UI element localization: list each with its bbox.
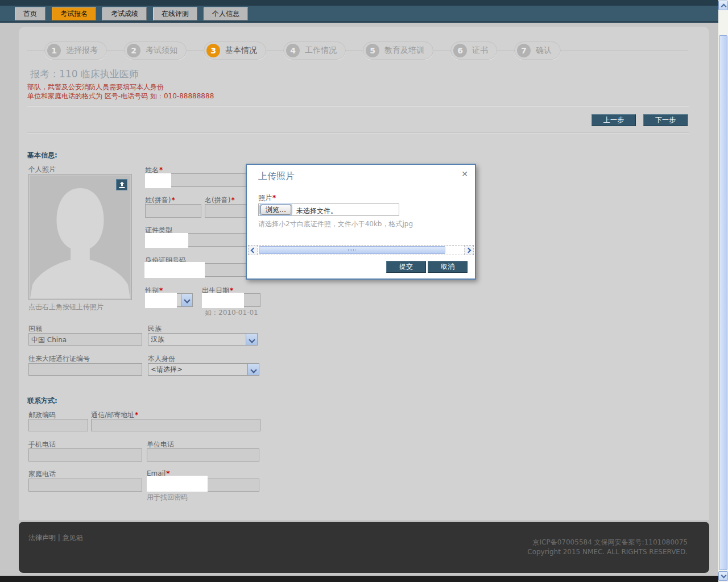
home-phone-label: 家庭电话 <box>28 469 56 479</box>
step-2-exam-notes: 2 考试须知 <box>124 41 187 60</box>
ethnicity-dropdown-arrow-icon[interactable] <box>246 334 257 345</box>
scroll-down-arrow-icon[interactable] <box>718 571 728 581</box>
nationality-value: 中国 China <box>31 335 67 345</box>
step-3-label: 基本情况 <box>225 45 257 56</box>
permit-number-label: 往来大陆通行证编号 <box>28 354 90 364</box>
window-bottom-strip <box>0 576 718 582</box>
step-1-choose-exam: 1 选择报考 <box>44 41 107 60</box>
birth-date-input[interactable] <box>202 293 260 307</box>
step-2-label: 考试须知 <box>146 45 177 56</box>
no-file-selected-text: 未选择文件。 <box>296 206 337 216</box>
mail-address-input[interactable] <box>91 419 260 431</box>
notice-line-2: 单位和家庭电话的格式为 区号-电话号码 如：010-88888888 <box>27 92 214 101</box>
step-7-label: 确认 <box>536 45 552 56</box>
step-5-education: 5 教育及培训 <box>363 41 433 60</box>
scroll-up-arrow-icon[interactable] <box>718 1 728 10</box>
email-hint: 用于找回密码 <box>147 493 188 502</box>
scrollbar-track[interactable] <box>257 246 465 255</box>
tab-online-evaluation[interactable]: 在线评测 <box>153 7 197 20</box>
footer-link-separator: | <box>58 534 60 542</box>
scrollbar-grip <box>348 249 356 251</box>
gender-select[interactable] <box>145 293 193 307</box>
feedback-box-link[interactable]: 意见箱 <box>63 534 83 542</box>
upload-icon <box>118 181 126 189</box>
step-3-basic-info: 3 基本情况 <box>204 41 266 60</box>
page-footer: 法律声明 | 意见箱 京ICP备07005584 文保网安备案号:1101080… <box>19 522 709 573</box>
tab-personal-info[interactable]: 个人信息 <box>204 7 248 20</box>
step-wizard: 1 选择报考 2 考试须知 3 基本情况 4 工作情况 5 教育及培训 6 证书… <box>27 40 688 61</box>
wizard-nav-buttons: 上一步 下一步 <box>592 114 688 126</box>
modal-photo-hint: 请选择小2寸白底证件照，文件小于40kb，格式jpg <box>258 219 413 229</box>
file-input[interactable]: 浏览… 未选择文件。 <box>258 203 399 216</box>
photo-placeholder <box>28 174 132 300</box>
email-input[interactable] <box>147 479 259 492</box>
submit-button[interactable]: 提交 <box>386 261 426 273</box>
postal-code-input[interactable] <box>28 419 88 431</box>
upload-photo-modal: 上传照片 ✕ 照片* 浏览… 未选择文件。 请选择小2寸白底证件照，文件小于40… <box>246 164 476 280</box>
ethnicity-label: 民族 <box>148 324 162 334</box>
ethnicity-select[interactable]: 汉族 <box>148 333 258 346</box>
browse-button[interactable]: 浏览… <box>260 205 291 215</box>
mobile-phone-input[interactable] <box>28 448 142 462</box>
contact-info-header: 联系方式: <box>27 396 57 406</box>
step-4-label: 工作情况 <box>305 45 337 56</box>
nav-tabs: 首页 考试报名 考试成绩 在线评测 个人信息 <box>15 7 248 20</box>
step-5-label: 教育及培训 <box>384 45 424 56</box>
step-6-label: 证书 <box>472 45 488 56</box>
step-6-certificate: 6 证书 <box>450 41 497 60</box>
nationality-input[interactable]: 中国 China <box>28 333 142 346</box>
step-7-confirm: 7 确认 <box>514 41 561 60</box>
basic-info-header: 基本信息: <box>27 151 57 160</box>
vertical-scrollbar-thumb[interactable] <box>719 35 727 570</box>
modal-title: 上传照片 <box>258 171 295 182</box>
footer-links: 法律声明 | 意见箱 <box>28 533 83 543</box>
divider <box>27 132 689 134</box>
id-type-input-highlight <box>145 233 188 248</box>
footer-legal-text: 京ICP备07005584 文保网安备案号:1101080075 Copyrig… <box>527 538 688 557</box>
page-vertical-scrollbar[interactable] <box>718 0 728 582</box>
scrollbar-thumb[interactable] <box>259 246 445 254</box>
next-step-button[interactable]: 下一步 <box>643 114 688 126</box>
icp-record-line: 京ICP备07005584 文保网安备案号:1101080075 <box>527 538 688 547</box>
step-4-work-info: 4 工作情况 <box>283 41 346 60</box>
ethnicity-select-value: 汉族 <box>148 335 246 344</box>
step-2-number: 2 <box>127 44 140 57</box>
step-6-number: 6 <box>453 44 467 57</box>
divider <box>27 106 689 107</box>
surname-pinyin-input[interactable] <box>145 204 201 218</box>
email-input-highlight <box>147 476 208 492</box>
window-top-strip <box>0 0 718 6</box>
main-navbar: 首页 考试报名 考试成绩 在线评测 个人信息 <box>0 6 718 23</box>
copyright-line: Copyright 2015 NMEC. ALL RIGHTS RESERVED… <box>527 547 688 557</box>
permit-number-input[interactable] <box>28 363 142 376</box>
personal-photo-label: 个人照片 <box>28 165 56 174</box>
id-number-input-highlight <box>144 262 205 278</box>
step-3-number: 3 <box>206 44 220 57</box>
legal-notice-link[interactable]: 法律声明 <box>28 534 56 542</box>
name-input-highlight <box>145 173 171 188</box>
identity-select-value: <请选择> <box>148 365 247 375</box>
step-5-number: 5 <box>366 44 379 57</box>
scroll-right-arrow-icon[interactable] <box>465 246 473 255</box>
photo-upload-hint: 点击右上角按钮上传照片 <box>28 302 104 312</box>
gender-select-highlight <box>145 293 177 308</box>
identity-select[interactable]: <请选择> <box>148 363 259 376</box>
modal-close-icon[interactable]: ✕ <box>461 169 468 178</box>
previous-step-button[interactable]: 上一步 <box>592 114 636 126</box>
modal-horizontal-scrollbar <box>248 245 474 255</box>
tab-exam-registration[interactable]: 考试报名 <box>52 7 96 20</box>
scroll-left-arrow-icon[interactable] <box>249 246 257 255</box>
identity-dropdown-arrow-icon[interactable] <box>247 364 259 375</box>
step-1-number: 1 <box>47 44 61 57</box>
home-phone-input[interactable] <box>28 479 142 492</box>
gender-dropdown-arrow-icon[interactable] <box>181 294 192 306</box>
tab-home[interactable]: 首页 <box>15 7 46 20</box>
photo-silhouette <box>30 176 130 298</box>
notice-line-1: 部队，武警及公安消防人员需要填写本人身份 <box>27 82 164 92</box>
step-7-number: 7 <box>517 44 531 57</box>
birth-date-hint: 如：2010-01-01 <box>205 308 258 318</box>
cancel-button[interactable]: 取消 <box>428 261 468 273</box>
photo-upload-button[interactable] <box>116 179 127 190</box>
work-phone-input[interactable] <box>147 448 259 462</box>
tab-exam-results[interactable]: 考试成绩 <box>102 7 147 20</box>
